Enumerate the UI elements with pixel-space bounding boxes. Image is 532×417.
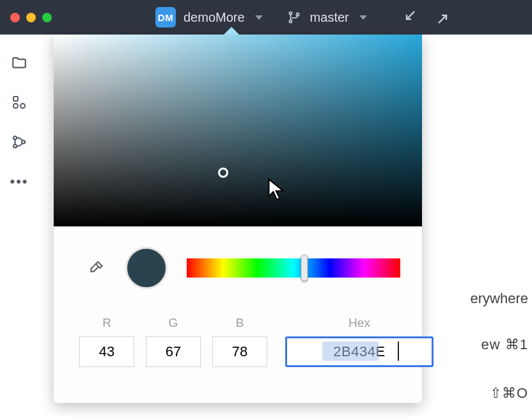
window-traffic-lights: [10, 13, 52, 22]
window-zoom-button[interactable]: [42, 13, 52, 22]
project-badge: DM: [155, 7, 176, 28]
saturation-cursor[interactable]: [218, 168, 228, 178]
svg-point-8: [22, 141, 25, 144]
svg-point-2: [296, 13, 299, 15]
vcs-tool-icon[interactable]: [10, 133, 28, 151]
window-close-button[interactable]: [10, 13, 20, 22]
hue-slider[interactable]: [187, 258, 400, 278]
branch-name: master: [310, 10, 349, 25]
hex-input[interactable]: [285, 336, 434, 367]
color-picker-popover: R G B Hex: [54, 35, 422, 403]
r-input[interactable]: [79, 336, 134, 367]
text-caret: [398, 342, 399, 361]
title-bar: DM demoMore master: [0, 0, 532, 35]
svg-point-7: [13, 145, 17, 148]
chevron-down-icon: [359, 15, 367, 20]
svg-point-5: [20, 104, 25, 108]
welcome-text-fragment: ⇧⌘O: [490, 385, 528, 402]
left-tool-sidebar: •••: [0, 35, 38, 417]
vcs-update-icon[interactable]: [400, 9, 417, 26]
g-label: G: [169, 316, 178, 330]
g-input[interactable]: [146, 336, 201, 367]
project-tool-icon[interactable]: [10, 54, 28, 72]
svg-rect-3: [13, 97, 18, 101]
svg-point-6: [13, 136, 17, 139]
eyedropper-button[interactable]: [88, 259, 106, 277]
welcome-text-fragment: ew ⌘1: [481, 336, 528, 353]
git-branch-icon: [286, 9, 302, 26]
current-color-swatch: [125, 247, 168, 289]
svg-point-4: [13, 104, 18, 108]
structure-tool-icon[interactable]: [10, 93, 28, 111]
svg-point-1: [289, 20, 292, 22]
project-name: demoMore: [184, 10, 245, 25]
saturation-brightness-area[interactable]: [54, 35, 422, 226]
hex-label: Hex: [348, 316, 370, 330]
svg-point-0: [289, 12, 292, 15]
welcome-text-fragment: erywhere: [471, 290, 528, 307]
chevron-down-icon: [255, 15, 263, 20]
mouse-cursor-icon: [268, 178, 286, 201]
more-tool-icon[interactable]: •••: [10, 173, 28, 191]
vcs-push-icon[interactable]: [436, 9, 453, 26]
project-selector[interactable]: DM demoMore: [155, 7, 263, 28]
r-label: R: [102, 316, 111, 330]
hue-slider-thumb[interactable]: [301, 255, 308, 281]
b-label: B: [236, 316, 244, 330]
b-input[interactable]: [212, 336, 267, 367]
branch-selector[interactable]: master: [286, 9, 367, 26]
window-minimize-button[interactable]: [26, 13, 36, 22]
